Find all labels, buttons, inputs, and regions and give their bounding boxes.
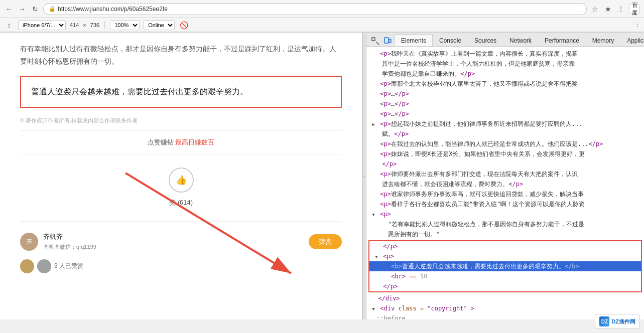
url-text: https://www.jianshu.com/p/60a5625ee2fe	[58, 6, 168, 13]
elem-close-p2[interactable]: </p>	[369, 281, 641, 291]
device-mode-icon[interactable]	[382, 36, 393, 46]
menu-button[interactable]: ⋮	[616, 4, 626, 14]
elem-line-11[interactable]: <p>看样子各行各业都喜欢员工能"带资入驻"啊！这个资源可以是你的人脉资	[366, 199, 644, 209]
watermark-text: DZ插件网	[611, 318, 635, 325]
fans-count: 3 人已赞赏	[54, 261, 83, 272]
elem-line-2[interactable]: <p>而那个北大名校毕业的人家里太苦了，他又不懂得或者说是舍不得把奖	[366, 79, 644, 89]
inspect-element-icon[interactable]	[370, 36, 380, 46]
elements-panel[interactable]: <p>我昨天在《真实故事》上看到一篇文章，内容很长，真实有深度，揭幕 其中是一位…	[366, 47, 644, 319]
bold-content: 普通人逆袭只会越来越难，需要比过去付出更多的艰辛努力。	[402, 263, 565, 270]
highlighted-text: 普通人逆袭只会越来越难，需要比过去付出更多的艰辛努力。	[31, 85, 331, 98]
author-info: 齐帆齐 齐帆齐微信：qfq1199	[43, 231, 96, 252]
svg-rect-2	[372, 38, 375, 41]
elem-div-copyright[interactable]: <div class = "copyright" >	[366, 303, 644, 313]
like-count: 赞 (614)	[20, 197, 342, 208]
fans-row: 3 人已赞赏	[20, 256, 342, 276]
webpage-panel: 有有幸能比别人过得有微轻松点，那才是因你自身有多努力能干，不过是踩到了红利，是运…	[0, 33, 362, 319]
tab-sources[interactable]: Sources	[468, 34, 503, 46]
elem-line-inner-text2[interactable]: 恩所拥有的一切。"	[366, 229, 644, 239]
bold-tag-close: </b>	[565, 263, 579, 270]
elem-br[interactable]: <br> == $0	[369, 271, 641, 281]
code-highlight-box: </p> <p> <b>普通人逆袭只会越来越难，需要比过去付出更多的艰辛努力。<…	[368, 240, 642, 292]
author-name[interactable]: 齐帆齐	[43, 231, 96, 242]
elem-open-p-bold[interactable]: <p>	[369, 251, 641, 261]
thumbs-up-icon: 👍	[176, 175, 187, 186]
promo-section: 点赞赚钻 最高日赚数百	[20, 130, 342, 154]
back-button[interactable]: ←	[4, 4, 14, 14]
divider	[20, 221, 342, 222]
webpage-content: 有有幸能比别人过得有微轻松点，那才是因你自身有多努力能干，不过是踩到了红利，是运…	[0, 33, 362, 286]
forward-button[interactable]: →	[17, 4, 27, 14]
elem-line-4[interactable]: <p>…</p>	[366, 99, 644, 109]
elem-line-7[interactable]: <p>在我过去的认知里，能当律师的人就已经是非常成功的人。他们应该是...</p…	[366, 139, 644, 149]
bookmark-button[interactable]: ★	[603, 4, 613, 14]
author-sub: 齐帆齐微信：qfq1199	[43, 242, 96, 252]
copyright-text: © 著作权归作者所有,转载或内容合作请联系作者	[20, 116, 342, 126]
webpage-paragraph-1: 有有幸能比别人过得有微轻松点，那才是因你自身有多努力能干，不过是踩到了红利，是运…	[20, 43, 342, 68]
elem-line-1c[interactable]: 学费他都也是靠自己赚来的。</p>	[366, 69, 644, 79]
address-bar[interactable]: 🔒 https://www.jianshu.com/p/60a5625ee2fe	[43, 3, 587, 15]
lock-icon: 🔒	[49, 6, 56, 12]
elem-line-parent-p[interactable]: <p>	[366, 209, 644, 219]
baidu-search-button[interactable]: 百度	[629, 4, 640, 14]
triangle-icon[interactable]	[373, 254, 379, 261]
bold-tag-open: <b>	[391, 263, 402, 270]
browser-chrome: ← → ↻ 🔒 https://www.jianshu.com/p/60a562…	[0, 0, 644, 33]
triangle-icon[interactable]	[370, 121, 376, 128]
elem-close-div[interactable]: </div>	[366, 293, 644, 303]
fan-avatar-2	[37, 259, 51, 273]
highlighted-box: 普通人逆袭只会越来越难，需要比过去付出更多的艰辛努力。	[20, 76, 342, 107]
svg-rect-4	[389, 39, 391, 43]
devtools-tabs: Elements Console Sources Network Perform…	[366, 33, 644, 47]
reward-button[interactable]: 赞赏	[309, 234, 342, 249]
elem-bold-text[interactable]: <b>普通人逆袭只会越来越难，需要比过去付出更多的艰辛努力。</b>	[369, 261, 641, 271]
height-label: 736	[90, 22, 99, 28]
elem-line-8b[interactable]: </p>	[366, 159, 644, 169]
device-toolbar: ↕ iPhone 6/7/... 414 × 736 100% Online 🚫…	[0, 18, 644, 32]
elem-line-9b[interactable]: 进去啥都不懂，就会很困难等流程，费时费力。</p>	[366, 179, 644, 189]
elem-line-3[interactable]: <p>…</p>	[366, 89, 644, 99]
author-avatar: 齐	[20, 233, 38, 251]
tab-elements[interactable]: Elements	[395, 34, 433, 46]
main-area: 有有幸能比别人过得有微轻松点，那才是因你自身有多努力能干，不过是踩到了红利，是运…	[0, 33, 644, 319]
elem-line-inner-text[interactable]: "若有幸能比别人过得稍微轻松点，那不是因你自身有多努力能干，不过是	[366, 219, 644, 229]
elem-line-8[interactable]: <p>妹妹说，即便X长还是X长。如果他们省里中央有关系，会发展得更好，更	[366, 149, 644, 159]
tab-memory[interactable]: Memory	[586, 34, 620, 46]
zoom-select[interactable]: 100%	[110, 20, 140, 30]
network-select[interactable]: Online	[144, 20, 175, 30]
panel-resize-handle[interactable]: ···	[362, 33, 366, 319]
elem-line-1[interactable]: <p>我昨天在《真实故事》上看到一篇文章，内容很长，真实有深度，揭幕	[366, 49, 644, 59]
elem-line-6[interactable]: <p>想起我小妹之前提到过，他们律师事务所近来招聘都是要打应聘的人...	[366, 119, 644, 129]
device-select[interactable]: iPhone 6/7/...	[18, 20, 66, 30]
elem-line-6b[interactable]: 赋。</p>	[366, 129, 644, 139]
separator1	[104, 21, 105, 29]
like-button[interactable]: 👍	[169, 168, 194, 193]
devtools-panel: Elements Console Sources Network Perform…	[366, 33, 644, 319]
elem-close-p[interactable]: </p>	[369, 241, 641, 251]
fan-avatar-1	[20, 259, 34, 273]
watermark: DZ DZ插件网	[595, 314, 640, 329]
nav-bar: ← → ↻ 🔒 https://www.jianshu.com/p/60a562…	[0, 0, 644, 18]
tab-performance[interactable]: Performance	[538, 34, 586, 46]
triangle-icon[interactable]	[370, 212, 376, 219]
tab-application[interactable]: Applicatio...	[620, 34, 644, 46]
svg-rect-3	[384, 38, 389, 43]
elem-line-9[interactable]: <p>律师要外派出去所有多部门打交道，现在法院每天有大把的案件，认识	[366, 169, 644, 179]
promo-link[interactable]: 最高日赚数百	[175, 138, 214, 146]
elem-line-10[interactable]: <p>谁家律师事务所办事效率高，就可以更快追回贷款，减少损失，解决当事	[366, 189, 644, 199]
block-icon[interactable]: 🚫	[179, 20, 189, 30]
tab-network[interactable]: Network	[503, 34, 538, 46]
promo-text: 点赞赚钻	[148, 138, 174, 146]
triangle-icon[interactable]	[370, 306, 376, 313]
refresh-button[interactable]: ↻	[30, 4, 40, 14]
star-button[interactable]: ☆	[590, 4, 600, 14]
like-section: 👍 赞 (614)	[20, 159, 342, 216]
more-icon[interactable]: ⋮	[634, 22, 640, 28]
cursor-icon[interactable]: ↕	[4, 20, 14, 30]
elem-line-5[interactable]: <p>…</p>	[366, 109, 644, 119]
width-label: 414	[70, 22, 79, 28]
tab-console[interactable]: Console	[433, 34, 468, 46]
elem-line-1b[interactable]: 其中是一位名校经济学学士，个人能力杠杠的，但是他家庭贫寒，母亲靠	[366, 59, 644, 69]
author-section: 齐 齐帆齐 齐帆齐微信：qfq1199 赞赏	[20, 227, 342, 256]
x-label: ×	[83, 22, 86, 28]
